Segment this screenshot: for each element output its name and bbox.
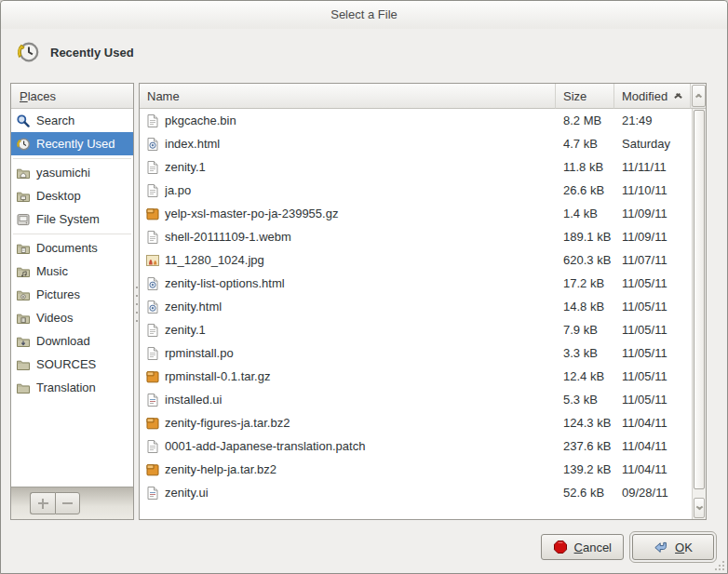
file-row[interactable]: rpminstall.po3.3 kB11/05/11 — [140, 341, 692, 365]
desktop-icon — [16, 189, 31, 204]
file-icon-cell — [140, 276, 165, 291]
place-item-recently-used[interactable]: Recently Used — [11, 132, 133, 155]
file-row[interactable]: rpminstall-0.1.tar.gz12.4 kB11/05/11 — [140, 365, 692, 388]
ok-button-label: OK — [675, 541, 693, 554]
file-rows: pkgcache.bin8.2 MB21:49index.html4.7 kBS… — [140, 109, 692, 519]
place-label: Search — [36, 113, 74, 127]
file-type-html-icon — [145, 276, 160, 291]
place-item-translation[interactable]: Translation — [11, 376, 133, 399]
place-item-file-system[interactable]: File System — [11, 207, 133, 231]
file-modified: Saturday — [614, 137, 692, 151]
folder-download-icon — [16, 334, 31, 349]
file-type-html-icon — [145, 137, 160, 152]
place-item-yasumichi[interactable]: yasumichi — [11, 161, 133, 184]
titlebar[interactable]: Select a File — [1, 1, 727, 29]
file-name: installed.ui — [165, 393, 556, 407]
scrollbar-thumb[interactable] — [694, 110, 705, 489]
file-size: 14.8 kB — [556, 300, 614, 314]
file-row[interactable]: ja.po26.6 kB11/10/11 — [140, 179, 692, 202]
file-row[interactable]: pkgcache.bin8.2 MB21:49 — [140, 109, 692, 132]
file-row[interactable]: installed.ui5.3 kB11/05/11 — [140, 388, 692, 411]
file-type-markup-icon — [145, 486, 160, 501]
file-row[interactable]: zenity.111.8 kB11/11/11 — [140, 155, 692, 179]
place-label: Documents — [36, 241, 98, 255]
file-name: pkgcache.bin — [165, 113, 556, 127]
folder-icon — [16, 380, 31, 395]
file-modified: 11/07/11 — [614, 253, 692, 267]
place-item-sources[interactable]: SOURCES — [11, 353, 133, 376]
place-item-music[interactable]: Music — [11, 260, 133, 283]
vertical-scrollbar[interactable] — [692, 109, 706, 519]
file-row[interactable]: zenity-help-ja.tar.bz2139.2 kB11/04/11 — [140, 458, 692, 481]
sort-ascending-icon — [674, 93, 682, 99]
place-label: Translation — [36, 380, 96, 394]
file-row[interactable]: zenity.ui52.6 kB09/28/11 — [140, 481, 692, 504]
place-label: Recently Used — [36, 137, 115, 151]
column-header-size[interactable]: Size — [556, 84, 614, 109]
file-size: 11.8 kB — [556, 160, 614, 174]
folder-music-icon — [16, 264, 31, 279]
place-item-search[interactable]: Search — [11, 109, 133, 132]
file-row[interactable]: zenity.html14.8 kB11/05/11 — [140, 295, 692, 318]
file-icon-cell — [140, 160, 165, 175]
recently-used-icon — [16, 40, 40, 64]
file-icon-cell — [140, 462, 165, 477]
stop-icon — [553, 540, 568, 554]
places-list: SearchRecently UsedyasumichiDesktopFile … — [11, 109, 133, 487]
file-name: yelp-xsl-master-po-ja-239955.gz — [165, 207, 556, 220]
file-row[interactable]: zenity-list-options.html17.2 kB11/05/11 — [140, 272, 692, 295]
file-size: 124.3 kB — [556, 416, 614, 430]
file-row[interactable]: zenity-figures-ja.tar.bz2124.3 kB11/04/1… — [140, 411, 692, 434]
file-type-text-icon — [145, 183, 160, 198]
scroll-down-button[interactable] — [694, 498, 705, 518]
ok-arrow-icon — [654, 540, 668, 554]
file-size: 237.6 kB — [556, 439, 614, 453]
file-type-text-icon — [145, 160, 160, 175]
minus-icon — [62, 499, 73, 509]
place-item-desktop[interactable]: Desktop — [11, 184, 133, 207]
file-chooser-dialog: Select a File Recently Used Places Searc… — [0, 0, 728, 574]
place-label: Pictures — [36, 287, 80, 301]
place-item-videos[interactable]: Videos — [11, 306, 133, 329]
file-icon-cell — [140, 369, 165, 384]
file-name: 11_1280_1024.jpg — [165, 253, 556, 267]
file-row[interactable]: index.html4.7 kBSaturday — [140, 132, 692, 155]
add-place-button[interactable] — [30, 492, 55, 514]
file-modified: 09/28/11 — [614, 486, 692, 500]
file-row[interactable]: yelp-xsl-master-po-ja-239955.gz1.4 kB11/… — [140, 202, 692, 225]
place-item-pictures[interactable]: Pictures — [11, 283, 133, 306]
file-size: 17.2 kB — [556, 276, 614, 290]
file-type-text-icon — [145, 113, 160, 128]
place-item-documents[interactable]: Documents — [11, 236, 133, 260]
scrollbar-top-box — [691, 84, 706, 109]
file-row[interactable]: zenity.17.9 kB11/05/11 — [140, 318, 692, 341]
file-size: 620.3 kB — [556, 253, 614, 267]
file-name: index.html — [165, 137, 556, 151]
dialog-action-area: Cancel OK — [541, 534, 714, 560]
place-label: Download — [36, 334, 90, 348]
places-column-header[interactable]: Places — [11, 84, 133, 109]
column-header-name[interactable]: Name — [140, 84, 556, 109]
search-icon — [16, 113, 31, 128]
file-row[interactable]: shell-20111109-1.webm189.1 kB11/09/11 — [140, 225, 692, 248]
place-label: Videos — [36, 311, 74, 325]
remove-place-button[interactable] — [55, 492, 80, 514]
places-separator — [11, 231, 133, 236]
resize-grip[interactable] — [714, 560, 724, 570]
file-modified: 11/09/11 — [614, 230, 692, 244]
file-size: 26.6 kB — [556, 183, 614, 197]
ok-button[interactable]: OK — [632, 534, 714, 560]
file-list-body: pkgcache.bin8.2 MB21:49index.html4.7 kBS… — [140, 109, 706, 519]
current-location-header: Recently Used — [16, 40, 134, 64]
place-item-download[interactable]: Download — [11, 329, 133, 353]
file-row[interactable]: 11_1280_1024.jpg620.3 kB11/07/11 — [140, 248, 692, 272]
file-list-panel: Name Size Modified pkgcache.bin8.2 MB21:… — [139, 83, 707, 520]
place-label: yasumichi — [36, 166, 90, 180]
scroll-up-button[interactable] — [692, 85, 706, 107]
file-icon-cell — [140, 486, 165, 501]
file-list-header: Name Size Modified — [140, 84, 706, 109]
column-header-modified[interactable]: Modified — [614, 84, 691, 109]
file-size: 5.3 kB — [556, 393, 614, 407]
cancel-button[interactable]: Cancel — [541, 534, 624, 560]
file-row[interactable]: 0001-add-Japanese-translation.patch237.6… — [140, 434, 692, 458]
